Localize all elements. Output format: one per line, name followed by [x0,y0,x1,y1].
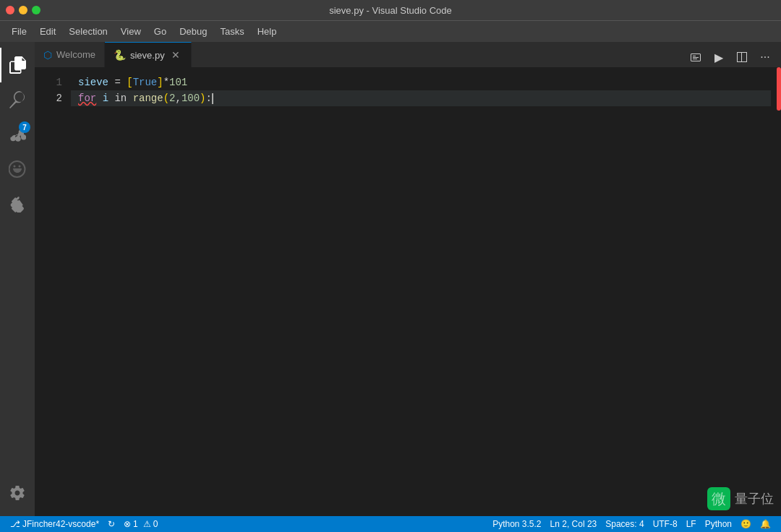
scrollbar-thumb [777,67,781,111]
split-editor-btn[interactable] [732,47,752,67]
extensions-activity-icon[interactable] [0,186,35,221]
warning-icon: ⚠ [143,519,151,529]
code-line-2: for i in range(2,100): [71,90,771,106]
code-line-1: sieve = [True]*101 [71,74,771,90]
status-right: Python 3.5.2 Ln 2, Col 23 Spaces: 4 UTF-… [488,519,775,529]
title-bar: sieve.py - Visual Studio Code [0,0,781,20]
git-branch-icon: ⎇ [10,519,20,529]
tab-welcome-label: Welcome [56,49,95,60]
menu-selection[interactable]: Selection [63,25,113,38]
tab-welcome[interactable]: ⬡ Welcome [35,42,105,67]
line-ending-status[interactable]: LF [682,519,701,529]
spaces-status[interactable]: Spaces: 4 [601,519,648,529]
language-text: Python [705,519,732,529]
close-btn[interactable] [6,6,14,14]
notification-btn[interactable]: 🔔 [756,519,775,529]
git-branch-text: JFincher42-vscode* [22,519,99,529]
window-controls [6,6,40,14]
token-i: i [103,90,108,106]
menu-edit[interactable]: Edit [34,25,61,38]
tab-close-btn[interactable]: ✕ [169,48,182,61]
cursor-position-text: Ln 2, Col 23 [550,519,597,529]
tab-sieve-label: sieve.py [130,50,165,61]
menu-debug[interactable]: Debug [174,25,213,38]
line-ending-text: LF [686,519,696,529]
errors-status[interactable]: ⊗ 1 ⚠ 0 [119,516,162,532]
error-icon: ⊗ [124,519,131,529]
source-control-activity-icon[interactable]: 7 [0,117,35,152]
tab-actions: ▶ ··· [680,47,781,67]
tab-bar: ⬡ Welcome 🐍 sieve.py ✕ ▶ [35,42,781,67]
token-sieve: sieve [78,74,108,90]
menu-go[interactable]: Go [148,25,172,38]
code-content[interactable]: sieve = [True]*101 for i in range(2,100)… [71,67,771,516]
spaces-text: Spaces: 4 [605,519,644,529]
activity-bar: 7 [0,42,35,516]
activity-bottom [0,476,35,510]
more-actions-btn[interactable]: ··· [755,47,775,67]
debug-activity-icon[interactable] [0,152,35,186]
encoding-text: UTF-8 [653,519,678,529]
line-num-1: 1 [35,74,62,90]
feedback-btn[interactable]: 🙂 [736,519,756,529]
python-tab-icon: 🐍 [114,49,126,61]
menu-file[interactable]: File [6,25,33,38]
main-area: 7 ⬡ W [0,42,781,516]
tab-sieve-py[interactable]: 🐍 sieve.py ✕ [105,42,192,67]
window-title: sieve.py - Visual Studio Code [329,5,452,16]
python-version-text: Python 3.5.2 [492,519,541,529]
editor-area: ⬡ Welcome 🐍 sieve.py ✕ ▶ [35,42,781,516]
svg-point-0 [14,166,16,168]
git-branch-status[interactable]: ⎇ JFincher42-vscode* [6,516,103,532]
notification-icon: 🔔 [760,519,771,529]
sync-status-btn[interactable]: ↻ [103,516,119,532]
minimize-btn[interactable] [19,6,27,14]
token-range: range [133,90,163,106]
feedback-icon: 🙂 [741,519,751,529]
encoding-status[interactable]: UTF-8 [649,519,682,529]
menu-bar: File Edit Selection View Go Debug Tasks … [0,20,781,42]
sync-icon: ↻ [108,519,115,529]
maximize-btn[interactable] [32,6,40,14]
search-activity-icon[interactable] [0,82,35,117]
menu-help[interactable]: Help [252,25,283,38]
language-status[interactable]: Python [701,519,736,529]
run-btn[interactable]: ▶ [709,47,729,67]
explorer-icon[interactable] [0,48,35,82]
svg-point-1 [19,166,21,168]
line-num-2: 2 [35,90,62,106]
token-for: for [78,90,96,106]
cursor-position-status[interactable]: Ln 2, Col 23 [546,519,602,529]
code-editor[interactable]: 1 2 sieve = [True]*101 for i in range(2,… [35,67,781,516]
python-version-status[interactable]: Python 3.5.2 [488,519,545,529]
source-control-badge: 7 [19,121,30,133]
welcome-tab-icon: ⬡ [43,49,52,61]
status-bar: ⎇ JFincher42-vscode* ↻ ⊗ 1 ⚠ 0 Python 3.… [0,516,781,532]
menu-tasks[interactable]: Tasks [214,25,249,38]
menu-view[interactable]: View [115,25,147,38]
warning-count: 0 [153,519,158,529]
text-cursor [212,93,213,104]
open-preview-btn[interactable] [686,47,706,67]
settings-activity-icon[interactable] [0,476,35,510]
error-count: 1 [133,519,138,529]
line-numbers: 1 2 [35,67,71,516]
editor-scrollbar[interactable] [771,67,781,516]
